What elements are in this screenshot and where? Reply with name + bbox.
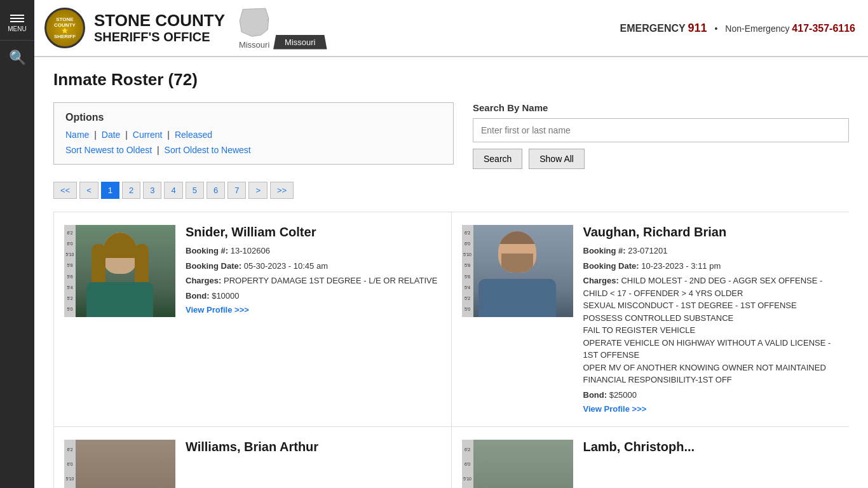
search-icon-button[interactable]: 🔍: [0, 41, 34, 75]
state-map-icon: [235, 7, 273, 39]
options-search-row: Options Name | Date | Current | Released…: [53, 102, 849, 169]
search-icon: 🔍: [9, 50, 26, 66]
sep1: |: [94, 130, 99, 140]
sep3: |: [167, 130, 172, 140]
inmate-bond-vaughan: Bond: $25000: [583, 389, 839, 402]
inmate-name-lamb: Lamb, Christoph...: [583, 440, 839, 454]
show-all-button[interactable]: Show All: [529, 149, 585, 169]
inmate-photo-williams: 6'26'05'105'85'65'4: [64, 440, 175, 488]
inmate-card-snider: 6'26'05'105'85'65'45'25'0: [54, 212, 452, 427]
inmate-name-snider: Snider, William Colter: [186, 225, 441, 240]
sort-oldest-link[interactable]: Sort Oldest to Newest: [165, 145, 251, 155]
search-box: Search By Name Search Show All: [473, 102, 849, 169]
page-7[interactable]: 7: [227, 182, 246, 199]
state-map-area: Missouri: [235, 7, 273, 50]
inmate-profile-link-snider[interactable]: View Profile >>>: [186, 304, 441, 315]
inmate-profile-link-vaughan[interactable]: View Profile >>>: [583, 403, 839, 414]
inmate-info-vaughan: Vaughan, Richard Brian Booking #: 23-071…: [583, 225, 839, 414]
inmate-booking-num-vaughan: Booking #: 23-071201: [583, 245, 839, 257]
page-4[interactable]: 4: [164, 182, 182, 199]
inmate-booking-date-vaughan: Booking Date: 10-23-2023 - 3:11 pm: [583, 260, 839, 273]
filter-date-link[interactable]: Date: [102, 130, 121, 140]
nonemergency-number: 417-357-6116: [792, 23, 855, 34]
inmate-card-vaughan: 6'26'05'105'85'65'45'25'0: [452, 212, 850, 427]
sort-links: Sort Newest to Oldest | Sort Oldest to N…: [65, 145, 442, 155]
inmate-photo-lamb: 6'26'05'105'85'65'4: [462, 440, 573, 488]
main-content: Inmate Roster (72) Options Name | Date |…: [34, 57, 868, 488]
inmate-photo-snider: 6'26'05'105'85'65'45'25'0: [64, 225, 175, 317]
inmate-photo-vaughan: 6'26'05'105'85'65'45'25'0: [462, 225, 573, 317]
page-6[interactable]: 6: [207, 182, 225, 199]
filter-name-link[interactable]: Name: [65, 130, 89, 140]
inmate-name-vaughan: Vaughan, Richard Brian: [583, 225, 839, 240]
pagination: << < 1 2 3 4 5 6 7 > >>: [53, 182, 849, 199]
page-1[interactable]: 1: [101, 182, 119, 199]
options-box: Options Name | Date | Current | Released…: [53, 102, 454, 165]
options-title: Options: [65, 112, 442, 123]
separator: •: [715, 24, 718, 34]
badge-text: STONECOUNTY⭐SHERIFF: [54, 17, 76, 39]
page-3[interactable]: 3: [143, 182, 161, 199]
state-name: Missouri: [239, 40, 269, 50]
site-title-line2: SHERIFF'S OFFICE: [94, 30, 225, 44]
left-sidebar: MENU 🔍: [0, 0, 34, 488]
inmate-bond-snider: Bond: $10000: [186, 290, 441, 302]
inmate-info-williams: Williams, Brian Arthur: [186, 440, 441, 459]
sort-newest-link[interactable]: Sort Newest to Oldest: [65, 145, 152, 155]
options-filter-links: Name | Date | Current | Released: [65, 130, 442, 140]
page-next[interactable]: >: [248, 182, 268, 199]
page-5[interactable]: 5: [186, 182, 204, 199]
page-last[interactable]: >>: [270, 182, 294, 199]
site-title-block: STONE COUNTY SHERIFF'S OFFICE: [94, 11, 225, 44]
page-first[interactable]: <<: [53, 182, 77, 199]
roster-grid: 6'26'05'105'85'65'45'25'0: [53, 212, 849, 488]
top-header: STONECOUNTY⭐SHERIFF STONE COUNTY SHERIFF…: [34, 0, 868, 57]
filter-released-link[interactable]: Released: [175, 130, 212, 140]
inmate-info-lamb: Lamb, Christoph...: [583, 440, 839, 459]
page-title: Inmate Roster (72): [53, 70, 849, 90]
site-title-line1: STONE COUNTY: [94, 11, 225, 30]
filter-current-link[interactable]: Current: [133, 130, 163, 140]
search-by-name-label: Search By Name: [473, 102, 849, 113]
inmate-booking-num-snider: Booking #: 13-102606: [186, 245, 441, 257]
search-input[interactable]: [473, 118, 849, 142]
sep2: |: [125, 130, 130, 140]
emergency-label: EMERGENCY: [620, 23, 686, 34]
inmate-name-williams: Williams, Brian Arthur: [186, 440, 441, 454]
emergency-number: 911: [688, 22, 707, 34]
search-button[interactable]: Search: [473, 149, 522, 169]
header-logo-section: STONECOUNTY⭐SHERIFF STONE COUNTY SHERIFF…: [34, 1, 620, 56]
inmate-info-snider: Snider, William Colter Booking #: 13-102…: [186, 225, 441, 315]
inmate-card-lamb: 6'26'05'105'85'65'4 Lamb, Christoph...: [452, 427, 850, 488]
inmate-card-williams: 6'26'05'105'85'65'4 Williams, Brian Arth…: [54, 427, 452, 488]
menu-button[interactable]: MENU: [0, 6, 34, 41]
sheriff-badge: STONECOUNTY⭐SHERIFF: [44, 8, 85, 48]
nonemergency-label: Non-Emergency: [725, 24, 789, 34]
header-right: EMERGENCY 911 • Non-Emergency 417-357-61…: [620, 22, 868, 35]
inmate-booking-date-snider: Booking Date: 05-30-2023 - 10:45 am: [186, 260, 441, 273]
page-prev[interactable]: <: [79, 182, 98, 199]
sep4: |: [157, 145, 162, 155]
state-tab-label: Missouri: [285, 37, 315, 47]
inmate-charges-vaughan: Charges: CHILD MOLEST - 2ND DEG - AGGR S…: [583, 274, 839, 386]
height-ruler-lamb: 6'26'05'105'85'65'4: [462, 440, 473, 488]
height-ruler-williams: 6'26'05'105'85'65'4: [64, 440, 76, 488]
svg-marker-0: [240, 8, 269, 36]
page-2[interactable]: 2: [122, 182, 140, 199]
inmate-charges-snider: Charges: PROPERTY DAMAGE 1ST DEGREE - L/…: [186, 274, 441, 287]
menu-label: MENU: [8, 25, 26, 32]
state-tab: Missouri: [273, 35, 327, 50]
